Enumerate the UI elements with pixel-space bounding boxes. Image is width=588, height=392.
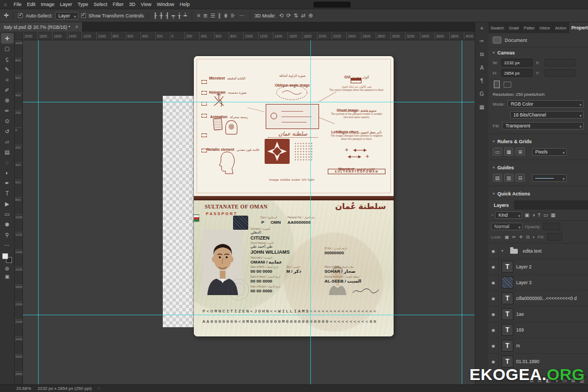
layers-tab[interactable]: Layers <box>488 200 514 210</box>
align-center-h-icon[interactable]: ╂ <box>159 13 163 19</box>
distribute-bottom-icon[interactable]: ☰ <box>210 13 216 19</box>
layer-filter-kind-dropdown[interactable]: Kind <box>495 211 522 219</box>
align-middle-icon[interactable]: ╁ <box>177 13 181 19</box>
quick-actions-section-header[interactable]: Quick Actions <box>488 188 588 198</box>
layer-fill-field[interactable] <box>547 233 562 241</box>
menu-item[interactable]: Select <box>91 0 110 9</box>
guide-vertical[interactable] <box>462 40 462 384</box>
menu-item[interactable]: Edit <box>24 0 39 9</box>
visibility-eye-icon[interactable] <box>488 322 499 338</box>
healing-brush-tool[interactable]: ⊕ <box>1 95 14 106</box>
visibility-eye-icon[interactable] <box>488 243 499 259</box>
pen-tool[interactable]: ✒ <box>1 178 14 188</box>
ruler-units-dropdown[interactable]: Pixels <box>532 148 567 156</box>
layer-thumbnail[interactable] <box>501 340 513 352</box>
guide-horizontal-icon[interactable]: ▤ <box>493 174 502 182</box>
status-options-icon[interactable] <box>98 386 100 391</box>
screen-mode-icon[interactable]: ▣ <box>5 274 10 279</box>
search-box[interactable] <box>314 2 351 8</box>
layer-name[interactable]: m <box>516 343 520 348</box>
layer-thumbnail[interactable] <box>501 308 513 320</box>
layer-name[interactable]: edita text <box>523 248 542 254</box>
lock-all-icon[interactable]: ▪ <box>532 235 535 240</box>
3d-drag-icon[interactable]: ⇅ <box>293 13 298 19</box>
collapse-panels-icon[interactable]: « <box>480 25 483 31</box>
x-field[interactable] <box>544 59 575 66</box>
color-mode-dropdown[interactable]: RGB Color <box>507 100 584 108</box>
distribute-middle-icon[interactable]: ≣ <box>203 13 208 19</box>
menu-item[interactable]: View <box>138 0 154 9</box>
color-swatches[interactable] <box>2 253 12 263</box>
guide-style-dropdown[interactable] <box>532 174 567 182</box>
layer-thumbnail[interactable] <box>501 261 513 273</box>
blur-tool[interactable]: ◌ <box>1 157 14 168</box>
3d-roll-icon[interactable]: ⟳ <box>286 13 291 19</box>
layer-row[interactable]: Layer 3 <box>488 275 588 291</box>
filter-shape-icon[interactable]: ▭ <box>543 212 549 218</box>
zoom-tool[interactable]: ⚲ <box>1 230 14 240</box>
align-top-icon[interactable]: ┯ <box>171 13 175 19</box>
guide-vertical[interactable] <box>310 40 311 384</box>
crop-tool[interactable]: ⌗ <box>1 75 14 85</box>
filter-image-icon[interactable]: ▣ <box>524 212 530 218</box>
lock-position-icon[interactable]: ✛ <box>518 235 523 240</box>
layer-name[interactable]: 169 <box>516 327 524 333</box>
panel-tab[interactable]: Action <box>553 22 569 33</box>
distribute-left-icon[interactable]: ∥ <box>217 13 221 19</box>
layer-name[interactable]: 1ae <box>516 311 524 317</box>
show-transform-checkbox[interactable] <box>81 13 86 18</box>
opacity-field[interactable] <box>543 223 560 230</box>
menu-item[interactable]: Image <box>38 0 57 9</box>
history-brush-tool[interactable]: ↺ <box>1 126 14 137</box>
lock-transparent-icon[interactable]: ▦ <box>504 235 510 240</box>
tab-close-icon[interactable] <box>75 24 78 30</box>
panel-tab[interactable]: Histor <box>537 22 553 33</box>
width-field[interactable]: 2232 px <box>501 59 532 66</box>
paragraph-panel-icon[interactable]: ¶ <box>480 78 483 84</box>
auto-select-target-dropdown[interactable]: Layer <box>55 12 78 20</box>
gradient-tool[interactable]: ▤ <box>1 147 14 157</box>
glyphs-panel-icon[interactable]: G <box>480 91 484 97</box>
grid-icon[interactable]: ▦ <box>504 148 513 156</box>
shape-tool[interactable]: ▭ <box>1 209 14 219</box>
horizontal-ruler[interactable]: 2000180016001400120010008006004002000200… <box>23 32 475 40</box>
eraser-tool[interactable]: ▱ <box>1 137 14 147</box>
brush-tool[interactable]: ✏ <box>1 106 14 116</box>
layer-thumbnail[interactable] <box>501 277 513 289</box>
layer-name[interactable]: Layer 2 <box>516 264 531 270</box>
ruler-icon[interactable]: ▭ <box>493 148 502 156</box>
layer-row[interactable]: m <box>488 338 588 354</box>
eyedropper-tool[interactable]: ✐ <box>1 85 14 95</box>
bit-depth-dropdown[interactable]: 16 Bits/Channel <box>510 111 584 119</box>
menu-item[interactable]: Filter <box>110 0 126 9</box>
clone-source-icon[interactable]: ⧉ <box>480 51 483 58</box>
panel-tab[interactable]: Swatch <box>488 22 507 33</box>
distribute-top-icon[interactable]: ≡ <box>197 13 201 19</box>
brush-settings-icon[interactable]: ✑ <box>480 38 484 44</box>
document-tab[interactable]: Italy id.psd @ 20.7% (RGB/16) * <box>0 22 83 32</box>
guides-section-header[interactable]: Guides <box>488 162 588 172</box>
more-options-icon[interactable]: ⋯ <box>239 13 246 19</box>
3d-slide-icon[interactable]: ⇄ <box>301 13 306 19</box>
canvas-section-header[interactable]: Canvas <box>488 47 588 57</box>
layer-row[interactable]: cilla0000000...<<<<<<<<<0 d <box>488 291 588 307</box>
passport-document[interactable]: Microtext الكتابة الدقيقة Hologram صورة … <box>194 56 394 336</box>
quick-selection-tool[interactable]: ✎ <box>1 64 14 75</box>
guide-clear-icon[interactable]: ⊟ <box>516 174 525 182</box>
guide-vertical-icon[interactable]: ▥ <box>504 174 513 182</box>
layer-name[interactable]: 01.01.1990 <box>516 359 540 364</box>
guide-horizontal[interactable] <box>15 315 475 315</box>
app-home-icon[interactable] <box>0 2 11 7</box>
menu-item[interactable]: 3D <box>126 0 138 9</box>
rulers-grids-section-header[interactable]: Rulers & Grids <box>488 136 588 146</box>
visibility-eye-icon[interactable] <box>488 275 499 290</box>
3d-scale-icon[interactable]: ⊕ <box>308 13 313 19</box>
hand-tool[interactable]: ✽ <box>1 219 14 230</box>
layer-row[interactable]: 1ae <box>488 307 588 322</box>
layer-row[interactable]: Layer 2 <box>488 259 588 275</box>
visibility-eye-icon[interactable] <box>488 338 499 353</box>
blend-mode-dropdown[interactable]: Normal <box>491 223 523 230</box>
filter-type-icon[interactable]: T <box>537 212 541 218</box>
marquee-tool[interactable]: ▢ <box>1 44 14 54</box>
auto-select-checkbox[interactable] <box>18 13 23 18</box>
